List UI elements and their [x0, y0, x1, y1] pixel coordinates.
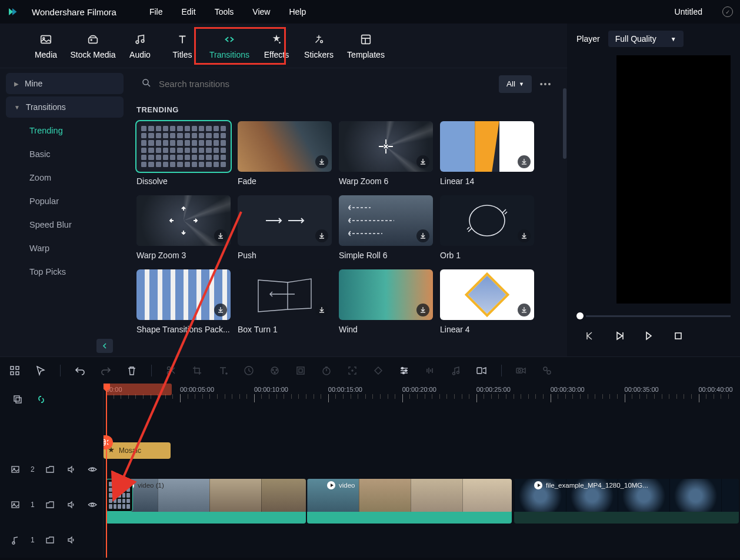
play-region[interactable]: [106, 384, 172, 395]
track-head-audio[interactable]: 1: [0, 522, 103, 558]
transition-card-warp-zoom-6[interactable]: Warp Zoom 6: [339, 121, 434, 186]
folder-icon[interactable]: [44, 464, 56, 475]
speed-button[interactable]: [242, 364, 255, 377]
playback-progress[interactable]: [576, 309, 731, 322]
undo-button[interactable]: [74, 364, 86, 377]
sidebar-item-basic[interactable]: Basic: [6, 144, 124, 165]
markers-button[interactable]: [475, 364, 488, 377]
download-icon[interactable]: [315, 155, 328, 168]
transition-card-box-turn-1[interactable]: Box Turn 1: [238, 269, 333, 334]
sidebar-head-mine[interactable]: ▶ Mine: [6, 73, 124, 94]
search-input[interactable]: [159, 79, 487, 89]
tab-effects[interactable]: Effects: [255, 27, 298, 65]
focus-button[interactable]: [346, 364, 359, 377]
transition-on-clip[interactable]: [106, 479, 133, 512]
transition-card-dissolve[interactable]: Dissolve: [136, 121, 232, 186]
download-icon[interactable]: [518, 155, 531, 168]
video-clip-3[interactable]: file_example_MP4_1280_10MG...: [514, 479, 739, 513]
stop-button[interactable]: [672, 329, 685, 342]
transition-card-orb-1[interactable]: Orb 1: [440, 195, 535, 260]
prev-frame-button[interactable]: [584, 329, 596, 342]
sidebar-item-warp[interactable]: Warp: [6, 238, 124, 259]
color-button[interactable]: [268, 364, 281, 377]
sidebar-item-popular[interactable]: Popular: [6, 191, 124, 212]
fx-track[interactable]: Mosaic: [104, 442, 740, 478]
sidebar-item-trending[interactable]: Trending: [6, 120, 124, 141]
menu-edit[interactable]: Edit: [182, 7, 196, 16]
eye-icon[interactable]: [86, 499, 98, 511]
split-button[interactable]: [165, 364, 178, 377]
timer-button[interactable]: [320, 364, 333, 377]
crop-button[interactable]: [191, 364, 204, 377]
transition-card-wind[interactable]: Wind: [339, 269, 434, 334]
video-track[interactable]: video (1) video file_example_MP4_1280_10…: [104, 478, 740, 524]
sidebar-head-transitions[interactable]: ▼ Transitions: [6, 96, 124, 118]
tab-titles[interactable]: Titles: [161, 27, 204, 65]
audio-eq-button[interactable]: [424, 364, 436, 377]
gallery-scrollbar[interactable]: [562, 71, 567, 353]
track-head-image[interactable]: 2: [0, 452, 103, 487]
sidebar-item-top-picks[interactable]: Top Picks: [6, 261, 124, 282]
menu-view[interactable]: View: [252, 7, 270, 16]
transition-card-simple-roll-6[interactable]: Simple Roll 6: [339, 195, 434, 260]
download-icon[interactable]: [315, 304, 328, 316]
download-icon[interactable]: [416, 155, 429, 168]
adjust-button[interactable]: [398, 364, 411, 377]
menu-tools[interactable]: Tools: [215, 7, 234, 16]
folder-icon[interactable]: [44, 499, 56, 511]
play-button[interactable]: [613, 329, 626, 342]
video-clip-1[interactable]: video (1): [106, 479, 306, 513]
next-frame-button[interactable]: [642, 329, 655, 342]
tab-media[interactable]: Media: [25, 27, 67, 65]
keyframe-button[interactable]: [372, 364, 385, 377]
sidebar-item-zoom[interactable]: Zoom: [6, 167, 124, 188]
sidebar-item-speed-blur[interactable]: Speed Blur: [6, 214, 124, 235]
tab-audio[interactable]: Audio: [119, 27, 161, 65]
download-icon[interactable]: [416, 304, 429, 316]
menu-file[interactable]: File: [149, 7, 163, 16]
music-button[interactable]: [449, 364, 462, 377]
tab-stickers[interactable]: Stickers: [298, 27, 340, 65]
mosaic-clip[interactable]: Mosaic: [104, 442, 171, 459]
link-track-icon[interactable]: [35, 394, 47, 405]
duplicate-track-icon[interactable]: [12, 394, 24, 405]
timeline-ruler[interactable]: 00:00 00:00:05:00 00:00:10:00 00:00:15:0…: [104, 384, 740, 402]
transition-card-warp-zoom-3[interactable]: Warp Zoom 3: [136, 195, 232, 260]
video-clip-2[interactable]: video: [307, 479, 512, 513]
transition-card-linear-4[interactable]: Linear 4: [440, 269, 535, 334]
apps-icon[interactable]: [8, 364, 21, 377]
transition-card-linear-14[interactable]: Linear 14: [440, 121, 535, 186]
speaker-icon[interactable]: [65, 499, 77, 511]
audio-track[interactable]: [104, 524, 740, 558]
download-icon[interactable]: [518, 229, 531, 242]
record-button[interactable]: [515, 364, 528, 377]
download-icon[interactable]: [315, 229, 328, 242]
track-head-video[interactable]: 1: [0, 487, 103, 522]
menu-help[interactable]: Help: [289, 7, 306, 16]
cursor-icon[interactable]: [34, 364, 47, 377]
mask-button[interactable]: [294, 364, 307, 377]
delete-button[interactable]: [125, 364, 138, 377]
tab-stock-media[interactable]: Stock Media: [67, 27, 119, 65]
tab-templates[interactable]: Templates: [340, 27, 392, 65]
more-options-button[interactable]: •••: [539, 79, 553, 89]
download-icon[interactable]: [214, 304, 227, 316]
speaker-icon[interactable]: [65, 534, 77, 546]
speaker-icon[interactable]: [65, 464, 77, 475]
text-button[interactable]: [216, 364, 229, 377]
transition-card-fade[interactable]: Fade: [238, 121, 333, 186]
tab-transitions[interactable]: Transitions: [204, 27, 255, 65]
eye-icon[interactable]: [86, 464, 98, 475]
redo-button[interactable]: [99, 364, 112, 377]
download-icon[interactable]: [518, 304, 531, 316]
download-icon[interactable]: [416, 229, 429, 242]
sidebar-collapse-button[interactable]: [96, 339, 113, 353]
link-button[interactable]: [541, 364, 554, 377]
filter-all-dropdown[interactable]: All ▼: [499, 75, 532, 93]
transition-card-push[interactable]: Push: [238, 195, 333, 260]
folder-icon[interactable]: [44, 534, 56, 546]
transition-card-shape-pack[interactable]: Shape Transitions Pack...: [136, 269, 232, 334]
download-icon[interactable]: [214, 229, 227, 242]
quality-dropdown[interactable]: Full Quality ▼: [608, 31, 684, 47]
playhead[interactable]: [106, 384, 107, 558]
